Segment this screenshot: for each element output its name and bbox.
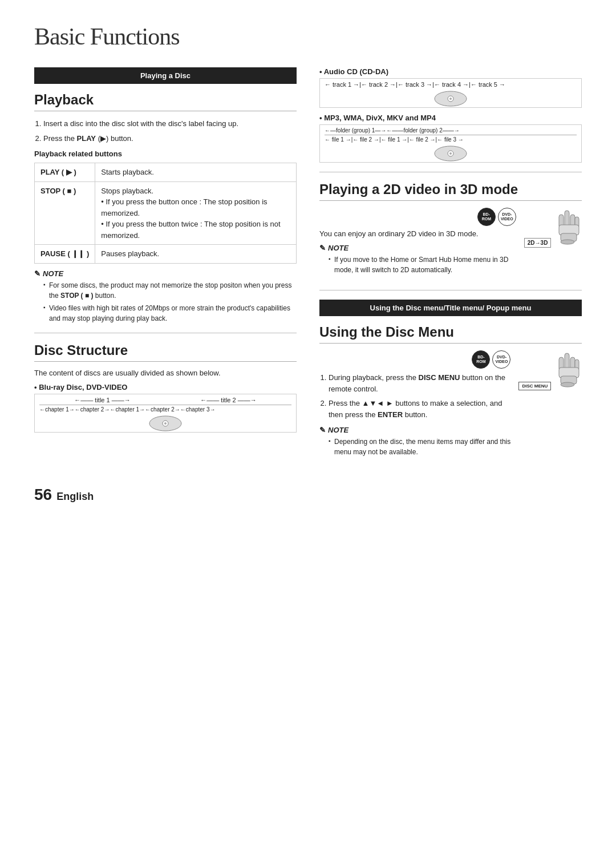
buttons-table: PLAY ( ▶ ) Starts playback. STOP ( ■ ) S… (34, 163, 297, 264)
pause-value: Pauses playback. (95, 245, 297, 264)
divider-2 (319, 172, 582, 172)
disc-menu-step-1: During playback, press the DISC MENU but… (329, 372, 510, 394)
svg-point-5 (449, 98, 452, 100)
play-symbol: (▶) (98, 134, 109, 143)
table-row-stop: STOP ( ■ ) Stops playback. • If you pres… (35, 181, 297, 245)
playing-2d-3d-section: Playing a 2D video in 3D mode BD-ROM DVD… (319, 181, 582, 281)
mp3-label: MP3, WMA, DivX, MKV and MP4 (319, 114, 582, 122)
disc-menu-title: Using the Disc Menu (319, 324, 582, 344)
table-row-pause: PAUSE ( ❙❙ ) Pauses playback. (35, 245, 297, 264)
bd-rom-badge-1: BD-ROM (477, 208, 496, 226)
disc-menu-section: Using the Disc Menu BD-ROM DVD-VIDEO Dur… (319, 324, 582, 463)
note-item-1: For some discs, the product may not memo… (43, 280, 297, 301)
audio-cd-diagram: ← track 1 →|← track 2 →|← track 3 →|← tr… (319, 78, 582, 108)
play-value: Starts playback. (95, 163, 297, 182)
right-column: Audio CD (CD-DA) ← track 1 →|← track 2 →… (319, 67, 582, 463)
disc-svg-2 (433, 90, 468, 107)
2d-3d-content: BD-ROM DVD-VIDEO You can enjoy an ordina… (319, 208, 582, 281)
note-content-3: Depending on the disc, the menu items ma… (319, 437, 510, 457)
dvd-video-badge-2: DVD-VIDEO (492, 350, 510, 369)
left-column: Playing a Disc Playback Insert a disc in… (34, 67, 297, 463)
bd-rom-badge-2: BD-ROM (472, 350, 490, 369)
note-title-1: NOTE (34, 269, 297, 278)
bluray-top-row: ←—— title 1 ——→ ←—— title 2 ——→ (39, 397, 291, 405)
disc-menu-icons: DISC MENU (518, 350, 582, 393)
disc-structure-description: The content of discs are usually divided… (34, 369, 297, 377)
play-bold: PLAY (77, 134, 96, 143)
playback-related-buttons-title: Playback related buttons (34, 150, 297, 158)
bluray-disc-icon (39, 415, 291, 432)
svg-point-22 (561, 382, 574, 387)
page-num: 56 (34, 486, 52, 504)
table-row-play: PLAY ( ▶ ) Starts playback. (35, 163, 297, 182)
mp3-diagram: ←—folder (group) 1—→←—— folder (group) 2… (319, 124, 582, 163)
hand-icon (553, 208, 582, 245)
step-1: Insert a disc into the disc slot with th… (43, 118, 297, 130)
page-lang: English (56, 491, 94, 503)
mp3-bot-row: ← file 1 →|← file 2 →|← file 1 →|← file … (325, 136, 577, 143)
page-title: Basic Functions (34, 23, 582, 50)
note-disc-item-1: Depending on the disc, the menu items ma… (329, 437, 510, 457)
bluray-diagram: ←—— title 1 ——→ ←—— title 2 ——→ ←chapter… (34, 394, 297, 433)
bluray-bot-row: ←chapter 1→ ←chapter 2→ ←chapter 1→ ←cha… (39, 406, 291, 413)
play-key: PLAY ( ▶ ) (35, 163, 95, 182)
disc-menu-content: BD-ROM DVD-VIDEO During playback, press … (319, 350, 582, 463)
playback-note: NOTE For some discs, the product may not… (34, 269, 297, 324)
2d-3d-text: BD-ROM DVD-VIDEO You can enjoy an ordina… (319, 208, 516, 281)
mp3-top-row: ←—folder (group) 1—→←—— folder (group) 2… (325, 127, 577, 135)
stop-value: Stops playback. • If you press the butto… (95, 181, 297, 245)
svg-point-2 (164, 422, 167, 425)
note-item-2: Video files with high bit rates of 20Mbp… (43, 303, 297, 324)
2d-3d-description: You can enjoy an ordinary 2D video in 3D… (319, 229, 516, 238)
bluray-label: Blu-ray Disc, DVD-VIDEO (34, 383, 297, 391)
disc-menu-note: NOTE Depending on the disc, the menu ite… (319, 426, 510, 457)
mp3-disc-icon (325, 145, 577, 162)
disc-menu-text: BD-ROM DVD-VIDEO During playback, press … (319, 350, 510, 463)
playback-section: Playback Insert a disc into the disc slo… (34, 92, 297, 324)
playing-2d-3d-title: Playing a 2D video in 3D mode (319, 181, 582, 201)
step-2: Press the PLAY (▶) button. (43, 133, 297, 144)
audio-cd-label: Audio CD (CD-DA) (319, 67, 582, 76)
disc-menu-badges: BD-ROM DVD-VIDEO (319, 350, 510, 369)
disc-svg-3 (433, 145, 468, 162)
disc-svg-1 (148, 415, 183, 432)
divider-1 (34, 333, 297, 333)
stop-key: STOP ( ■ ) (35, 181, 95, 245)
disc-menu-badge: DISC MENU (518, 382, 551, 390)
disc-structure-section: Disc Structure The content of discs are … (34, 342, 297, 433)
2d-3d-note: NOTE If you move to the Home or Smart Hu… (319, 244, 516, 275)
note-title-2: NOTE (319, 244, 516, 252)
dvd-video-badge-1: DVD-VIDEO (498, 208, 516, 226)
audio-cd-track-row: ← track 1 →|← track 2 →|← track 3 →|← tr… (325, 81, 577, 88)
note-title-3: NOTE (319, 426, 510, 434)
svg-point-8 (449, 152, 452, 155)
playing-disc-header: Playing a Disc (34, 67, 297, 84)
disc-menu-step-2: Press the ▲▼◄ ► buttons to make a select… (329, 398, 510, 420)
audio-cd-disc-icon (325, 90, 577, 107)
convert-badge: 2D→3D (524, 238, 552, 248)
svg-point-15 (561, 240, 574, 244)
playback-title: Playback (34, 92, 297, 111)
hand-icon-2 (553, 350, 582, 387)
disc-menu-steps: During playback, press the DISC MENU but… (319, 372, 510, 420)
divider-3 (319, 290, 582, 290)
page-number-row: 56 English (34, 486, 582, 504)
note-2d-item-1: If you move to the Home or Smart Hub Hom… (329, 255, 516, 275)
disc-menu-header: Using the Disc menu/Title menu/ Popup me… (319, 300, 582, 316)
pause-key: PAUSE ( ❙❙ ) (35, 245, 95, 264)
2d-3d-icons: 2D→3D (524, 208, 582, 250)
note-content-2: If you move to the Home or Smart Hub Hom… (319, 255, 516, 275)
2d-3d-badges: BD-ROM DVD-VIDEO (319, 208, 516, 226)
note-content-1: For some discs, the product may not memo… (34, 280, 297, 324)
disc-structure-title: Disc Structure (34, 342, 297, 362)
playback-steps: Insert a disc into the disc slot with th… (34, 118, 297, 144)
